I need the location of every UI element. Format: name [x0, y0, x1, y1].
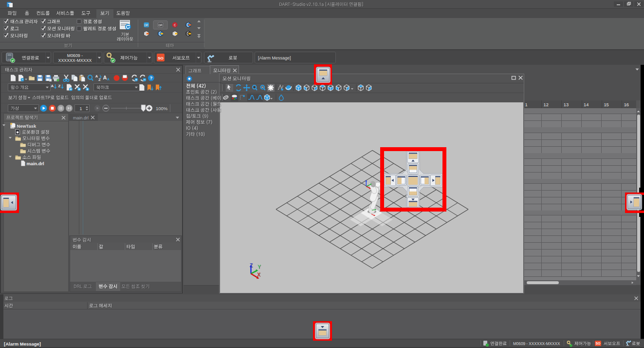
svg-text:M0609 -: M0609 - [67, 53, 83, 58]
svg-text:M0609 - XXXXXX-MXXXX: M0609 - XXXXXX-MXXXX [513, 342, 560, 346]
svg-text:SO: SO [158, 56, 164, 60]
svg-text:12: 12 [544, 102, 549, 107]
svg-text:A: A [51, 84, 54, 88]
svg-text:?: ? [149, 75, 152, 80]
svg-text:1: 1 [79, 106, 82, 111]
svg-text:[Alarm Message]: [Alarm Message] [258, 56, 291, 60]
svg-text:NewTask: NewTask [17, 124, 37, 129]
svg-text:A: A [107, 77, 110, 81]
svg-text:A: A [95, 74, 98, 78]
svg-text:13: 13 [564, 102, 569, 107]
svg-text:100%: 100% [156, 106, 168, 111]
svg-text:14: 14 [584, 102, 589, 107]
svg-text:16: 16 [624, 102, 629, 107]
svg-text:Z: Z [58, 84, 61, 88]
svg-text:XXXXXX-MXXXX: XXXXXX-MXXXX [58, 58, 92, 63]
svg-text:SO: SO [596, 342, 600, 345]
svg-text:1: 1 [525, 102, 528, 107]
svg-text:main.drl: main.drl [27, 161, 44, 166]
svg-text:A: A [103, 75, 107, 80]
svg-text:[Alarm Message]: [Alarm Message] [4, 341, 41, 347]
svg-text:15: 15 [604, 102, 608, 107]
svg-text:main.drl: main.drl [73, 116, 89, 120]
